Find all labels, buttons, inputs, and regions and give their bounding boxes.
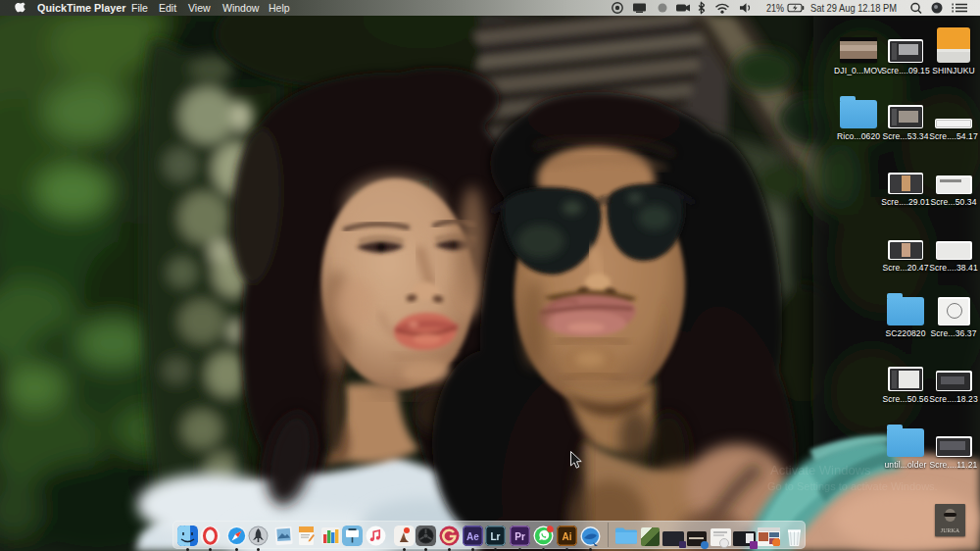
- svg-text:Ae: Ae: [466, 531, 479, 542]
- svg-text:Sat 29 Aug 12.18 PM: Sat 29 Aug 12.18 PM: [810, 2, 897, 14]
- svg-text:21%: 21%: [766, 3, 784, 14]
- svg-text:Pr: Pr: [514, 531, 525, 542]
- svg-text:Ai: Ai: [563, 531, 572, 542]
- svg-text:Lr: Lr: [491, 531, 501, 542]
